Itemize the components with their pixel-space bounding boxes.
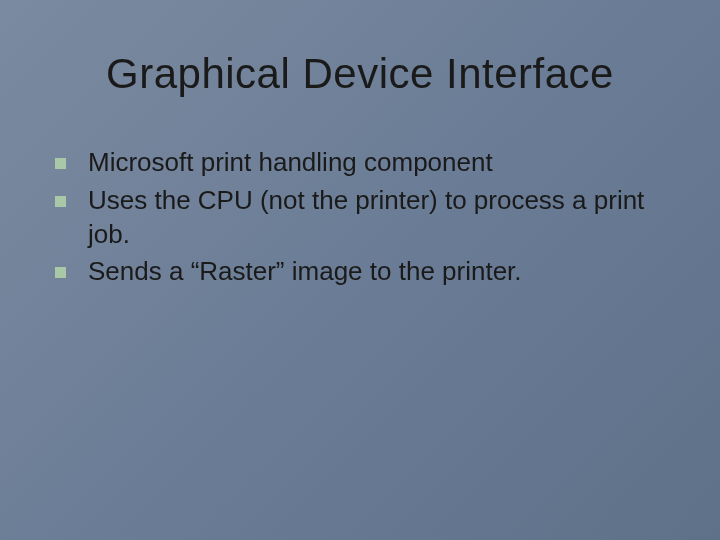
list-item: Sends a “Raster” image to the printer.	[55, 255, 690, 289]
slide-content: Microsoft print handling component Uses …	[0, 128, 720, 289]
list-item: Microsoft print handling component	[55, 146, 690, 180]
square-bullet-icon	[55, 158, 66, 169]
slide: Graphical Device Interface Microsoft pri…	[0, 0, 720, 540]
bullet-text: Sends a “Raster” image to the printer.	[88, 255, 522, 289]
bullet-text: Uses the CPU (not the printer) to proces…	[88, 184, 690, 252]
bullet-text: Microsoft print handling component	[88, 146, 493, 180]
list-item: Uses the CPU (not the printer) to proces…	[55, 184, 690, 252]
square-bullet-icon	[55, 267, 66, 278]
square-bullet-icon	[55, 196, 66, 207]
slide-title: Graphical Device Interface	[0, 0, 720, 128]
